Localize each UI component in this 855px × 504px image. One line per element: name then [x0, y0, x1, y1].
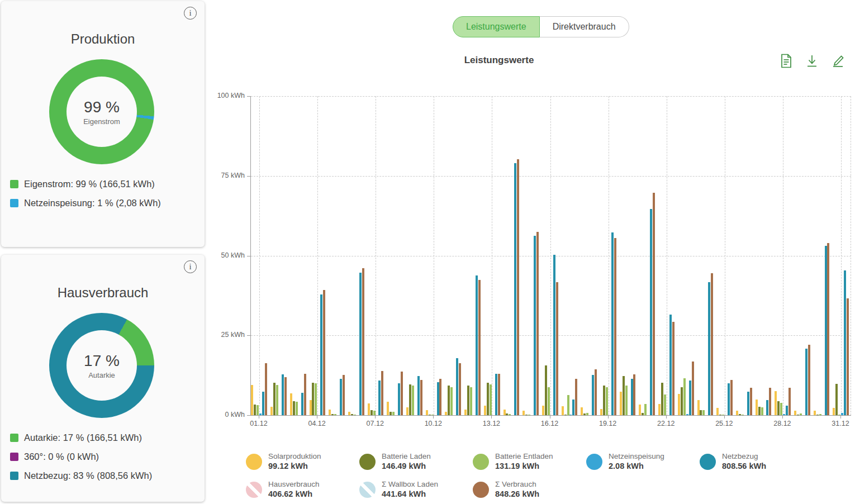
netzbezug-bar [786, 406, 788, 415]
x-axis-tick [433, 416, 434, 419]
legend-series-dot[interactable] [586, 454, 602, 470]
batterie-entladen-bar [780, 403, 782, 415]
-verbrauch-bar [769, 388, 771, 415]
card-legend-item: Eigenstrom: 99 % (166,51 kWh) [10, 179, 161, 189]
batterie-entladen-bar [315, 383, 317, 415]
legend-series-dot[interactable] [246, 482, 262, 498]
solarproduktion-bar [562, 406, 564, 415]
batterie-laden-bar [448, 386, 450, 415]
solarproduktion-bar [484, 406, 486, 415]
batterie-entladen-bar [450, 387, 453, 415]
legend-series-name: Batterie Entladen [495, 452, 553, 462]
netzbezug-bar [805, 349, 808, 415]
produktion-donut-value: 99 % [84, 98, 120, 116]
batterie-laden-bar [487, 383, 489, 415]
solarproduktion-bar [678, 394, 680, 415]
-verbrauch-bar [498, 374, 500, 415]
chart-toolbar [780, 54, 845, 68]
tab-direktverbrauch[interactable]: Direktverbrauch [540, 16, 629, 37]
legend-series-dot[interactable] [700, 454, 716, 470]
legend-series-dot[interactable] [359, 454, 376, 470]
produktion-card: i Produktion 99 % Eigenstrom Eigenstrom:… [1, 1, 205, 247]
x-axis-label: 22.12 [649, 420, 683, 427]
bar-chart-plot-area [250, 96, 851, 416]
batterie-laden-bar [390, 412, 392, 415]
solarproduktion-bar [445, 412, 447, 415]
solarproduktion-bar [542, 406, 544, 415]
energy-dashboard: i Produktion 99 % Eigenstrom Eigenstrom:… [0, 0, 855, 504]
-verbrauch-bar [847, 298, 849, 415]
chart-legend-item-netzbezug[interactable]: Netzbezug808.56 kWh [700, 450, 813, 473]
batterie-laden-bar [681, 387, 683, 415]
chart-legend-item--wallbox-laden[interactable]: Σ Wallbox Laden441.64 kWh [359, 478, 473, 501]
netzbezug-bar [534, 236, 536, 415]
batterie-laden-bar [273, 383, 276, 415]
legend-series-dot[interactable] [359, 482, 376, 498]
legend-series-dot[interactable] [246, 454, 262, 470]
batterie-laden-bar [603, 386, 605, 415]
netzbezug-bar [437, 382, 439, 415]
y-axis-label: 50 kWh [200, 251, 245, 259]
batterie-entladen-bar [373, 411, 376, 415]
x-axis-label: 31.12 [824, 420, 855, 427]
netzbezug-bar [456, 358, 458, 415]
-verbrauch-bar [633, 374, 635, 415]
info-icon[interactable]: i [184, 260, 197, 273]
-verbrauch-bar [304, 374, 306, 415]
chart-legend-item-hausverbrauch[interactable]: Hausverbrauch406.62 kWh [246, 478, 359, 501]
batterie-laden-bar [331, 414, 334, 415]
-verbrauch-bar [439, 379, 441, 415]
-verbrauch-bar [343, 375, 345, 415]
legend-series-dot[interactable] [473, 482, 489, 498]
solarproduktion-bar [620, 392, 622, 415]
batterie-entladen-bar [276, 385, 278, 415]
hausverbrauch-donut-value: 17 % [84, 352, 120, 370]
legend-series-name: Σ Verbrauch [495, 480, 539, 489]
batterie-entladen-bar [470, 387, 472, 415]
netzbezug-bar [611, 232, 614, 415]
batterie-entladen-bar [683, 378, 686, 415]
batterie-laden-bar [564, 415, 567, 415]
chart-legend-item-netzeinspeisung[interactable]: Netzeinspeisung2.08 kWh [586, 450, 700, 473]
legend-color-square [10, 434, 18, 442]
netzeinspeisung-bar [783, 414, 785, 415]
y-axis-label: 25 kWh [200, 331, 245, 339]
tab-leistungswerte[interactable]: Leistungswerte [453, 16, 540, 37]
batterie-entladen-bar [761, 407, 763, 415]
info-icon[interactable]: i [184, 7, 197, 20]
chart-legend-item-batterie-laden[interactable]: Batterie Laden146.49 kWh [359, 450, 473, 473]
produktion-card-title: Produktion [1, 31, 205, 47]
solarproduktion-bar [251, 385, 253, 415]
legend-series-name: Σ Wallbox Laden [382, 480, 438, 489]
solarproduktion-bar [504, 410, 506, 415]
-verbrauch-bar [827, 243, 829, 415]
netzbezug-bar [476, 275, 478, 415]
batterie-laden-bar [254, 405, 256, 415]
chart-legend-item-solarproduktion[interactable]: Solarproduktion99.12 kWh [246, 450, 359, 473]
gridline-horizontal [251, 256, 851, 256]
legend-series-dot[interactable] [473, 454, 489, 470]
-verbrauch-bar [381, 371, 383, 415]
x-axis-tick [259, 416, 259, 419]
netzbezug-bar [340, 379, 342, 415]
x-axis-tick [550, 416, 550, 419]
report-icon[interactable] [780, 54, 792, 68]
chart-legend-item-batterie-entladen[interactable]: Batterie Entladen131.19 kWh [473, 450, 586, 473]
legend-series-total: 146.49 kWh [382, 461, 431, 471]
solarproduktion-bar [270, 407, 273, 415]
download-icon[interactable] [806, 54, 818, 68]
batterie-laden-bar [797, 415, 799, 415]
-verbrauch-bar [478, 280, 481, 415]
-verbrauch-bar [711, 273, 713, 415]
legend-series-total: 2.08 kWh [609, 461, 664, 471]
edit-icon[interactable] [832, 54, 845, 68]
legend-series-total: 808.56 kWh [722, 461, 766, 471]
solarproduktion-bar [697, 400, 700, 415]
legend-series-name: Netzbezug [722, 452, 766, 462]
netzbezug-bar [282, 374, 284, 415]
netzbezug-bar [301, 393, 303, 415]
legend-color-square [10, 180, 18, 188]
batterie-laden-bar [370, 410, 373, 415]
gridline-vertical [725, 96, 725, 415]
chart-legend-item--verbrauch[interactable]: Σ Verbrauch848.26 kWh [473, 478, 586, 501]
